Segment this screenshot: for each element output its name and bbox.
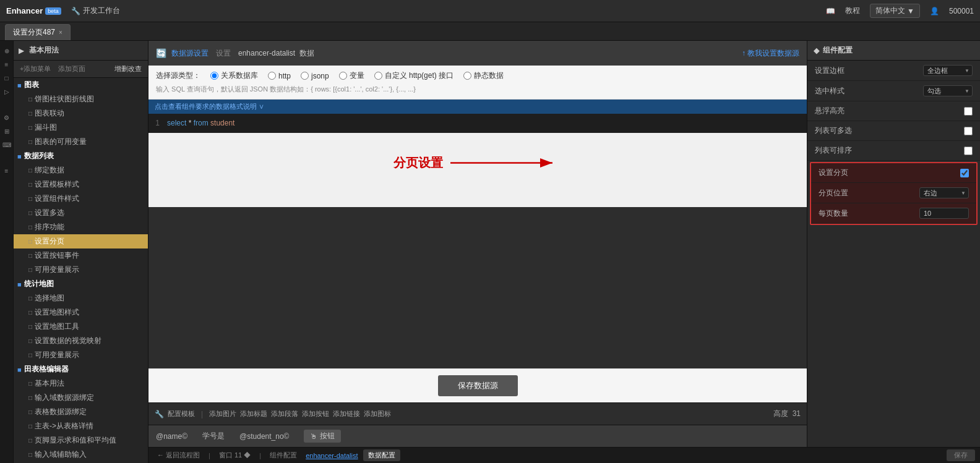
topbar-right: 📖 教程 简体中文 ▼ 👤 500001 (826, 4, 974, 18)
type-variable-option[interactable]: 变量 (339, 70, 364, 81)
add-title-button[interactable]: 添加标题 (240, 409, 267, 418)
config-border-select[interactable]: 全边框 (923, 65, 973, 76)
window-label[interactable]: 窗口 11 ◆ (215, 449, 254, 461)
sql-editor[interactable]: 1 select * from student (148, 114, 807, 133)
help-button[interactable]: ↑ 教我设置数据源 (742, 48, 799, 59)
edit-button[interactable]: 增删改查 (112, 63, 144, 75)
config-selected-control[interactable]: 勾选 (923, 85, 973, 96)
datasource-title-link[interactable]: 数据源设置 (171, 48, 208, 59)
tree-group-chart[interactable]: ■ 图表 (14, 78, 148, 92)
add-button-button[interactable]: 添加按钮 (302, 409, 329, 418)
type-static-radio[interactable] (463, 72, 471, 80)
add-image-button[interactable]: 添加图片 (209, 409, 236, 418)
sidebar-icon-8[interactable]: ≡ (1, 166, 12, 177)
tree-item-te1[interactable]: □ 基本用法 (14, 376, 148, 391)
config-pagination-checkbox[interactable] (960, 169, 969, 177)
add-icon-button[interactable]: 添加图标 (364, 409, 391, 418)
config-template-button[interactable]: 配置模板 (168, 409, 195, 418)
nav-expand-icon[interactable]: ▶ (19, 46, 24, 55)
tree-item-datalist6-active[interactable]: □ 设置分页 (14, 234, 148, 248)
sidebar-icon-1[interactable]: ⊕ (1, 46, 12, 57)
sidebar-icon-4[interactable]: ▷ (1, 87, 12, 98)
devtool-label[interactable]: 开发工作台 (83, 6, 120, 16)
save-datasource-button[interactable]: 保存数据源 (438, 375, 518, 396)
config-hover-checkbox[interactable] (964, 107, 973, 116)
add-segment-button[interactable]: 添加段落 (271, 409, 298, 418)
sidebar-icon-5[interactable]: ⚙ (1, 113, 12, 124)
main-tab[interactable]: 设置分页487 × (5, 24, 71, 40)
type-custom-http-option[interactable]: 自定义 http(get) 接口 (374, 70, 453, 81)
sql-hint-bar[interactable]: 点击查看组件要求的数据格式说明 ∨ (148, 100, 807, 114)
tree-item-te2[interactable]: □ 输入域数据源绑定 (14, 391, 148, 405)
component-name-link[interactable]: enhancer-datalist (306, 452, 358, 459)
tree-item-chart4[interactable]: □ 图表的可用变量 (14, 135, 148, 149)
tutorial-label[interactable]: 教程 (845, 6, 860, 16)
type-http-radio[interactable] (268, 72, 276, 80)
config-pagination-pos-control[interactable]: 右边 (919, 187, 969, 198)
tree-item-te6[interactable]: □ 输入域辅助输入 (14, 448, 148, 462)
type-static-option[interactable]: 静态数据 (463, 70, 504, 81)
sql-content[interactable]: select * from student (167, 117, 803, 129)
tree-item-datalist5[interactable]: □ 排序功能 (14, 220, 148, 234)
type-relational-db-radio[interactable] (210, 72, 218, 80)
annotation-arrow (450, 155, 562, 170)
tree-group-datalist[interactable]: ■ 数据列表 (14, 149, 148, 163)
tree-item-datalist8[interactable]: □ 可用变量展示 (14, 263, 148, 277)
language-button[interactable]: 简体中文 ▼ (870, 4, 920, 18)
tree-item-te3[interactable]: □ 表格数据源绑定 (14, 405, 148, 419)
config-multiselect-control[interactable] (964, 127, 973, 135)
back-to-flow-button[interactable]: ← 返回流程图 (153, 449, 204, 461)
tree-item-map4[interactable]: □ 设置数据的视觉映射 (14, 334, 148, 348)
tree-item-label: 设置数据的视觉映射 (35, 336, 101, 346)
config-hover-control[interactable] (964, 107, 973, 116)
tree-item-chart2[interactable]: □ 图表联动 (14, 106, 148, 121)
config-sortable-control[interactable] (964, 147, 973, 155)
type-custom-http-radio[interactable] (374, 72, 382, 80)
button-preview[interactable]: 🖱 按钮 (304, 430, 341, 443)
sql-editor-scroll[interactable]: 1 select * from student (148, 114, 807, 368)
config-page-size-input[interactable] (919, 208, 969, 219)
datasource-hint: 输入 SQL 查询语句，默认返回 JSON 数据结构如：{ rows: [{co… (156, 85, 799, 94)
type-jsonp-label: jsonp (311, 72, 329, 80)
add-page-button[interactable]: 添加页面 (56, 63, 88, 75)
config-page-size-control[interactable] (919, 208, 969, 219)
tree-item-te4[interactable]: □ 主表->从表格详情 (14, 419, 148, 433)
height-value: 31 (793, 409, 801, 418)
save-button[interactable]: 保存 (947, 449, 975, 461)
config-selected-select[interactable]: 勾选 (923, 85, 973, 96)
tree-item-map5[interactable]: □ 可用变量展示 (14, 348, 148, 362)
config-pagination-control[interactable] (960, 169, 969, 177)
sidebar-icon-3[interactable]: □ (1, 73, 12, 84)
sidebar-icon-2[interactable]: ≡ (1, 59, 12, 70)
tree-group-map[interactable]: ■ 统计地图 (14, 277, 148, 291)
active-tab-label[interactable]: 数据配置 (363, 449, 400, 461)
config-pagination-pos-select[interactable]: 右边 (919, 187, 969, 198)
tree-item-datalist4[interactable]: □ 设置多选 (14, 206, 148, 220)
tree-item-chart3[interactable]: □ 漏斗图 (14, 121, 148, 135)
sidebar-icon-7[interactable]: ⌨ (1, 140, 12, 151)
tree-item-datalist7[interactable]: □ 设置按钮事件 (14, 248, 148, 263)
type-jsonp-option[interactable]: jsonp (301, 72, 329, 80)
config-border-control[interactable]: 全边框 (923, 65, 973, 76)
add-menu-button[interactable]: +添加菜单 (17, 63, 53, 75)
tab-close-icon[interactable]: × (59, 29, 62, 36)
config-sortable-checkbox[interactable] (964, 147, 973, 155)
tree-item-datalist3[interactable]: □ 设置组件样式 (14, 192, 148, 206)
tree-group-label: 图表 (24, 80, 39, 90)
tree-item-datalist2[interactable]: □ 设置模板样式 (14, 177, 148, 192)
type-jsonp-radio[interactable] (301, 72, 309, 80)
type-http-option[interactable]: http (268, 72, 291, 80)
tree-group-table-editor[interactable]: ■ 田表格编辑器 (14, 362, 148, 376)
tree-item-map2[interactable]: □ 设置地图样式 (14, 305, 148, 320)
tree-item-te5[interactable]: □ 页脚显示求和值和平均值 (14, 433, 148, 448)
tree-item-chart1[interactable]: □ 饼图柱状图折线图 (14, 92, 148, 106)
sidebar-icon-6[interactable]: ⊞ (1, 126, 12, 137)
config-multiselect-checkbox[interactable] (964, 127, 973, 135)
type-variable-radio[interactable] (339, 72, 347, 80)
tree-item-map1[interactable]: □ 选择地图 (14, 291, 148, 305)
component-config-label[interactable]: 组件配置 (266, 449, 301, 461)
tree-item-map3[interactable]: □ 设置地图工具 (14, 320, 148, 334)
tree-item-datalist1[interactable]: □ 绑定数据 (14, 163, 148, 177)
type-relational-db-option[interactable]: 关系数据库 (210, 70, 258, 81)
add-link-button[interactable]: 添加链接 (333, 409, 360, 418)
